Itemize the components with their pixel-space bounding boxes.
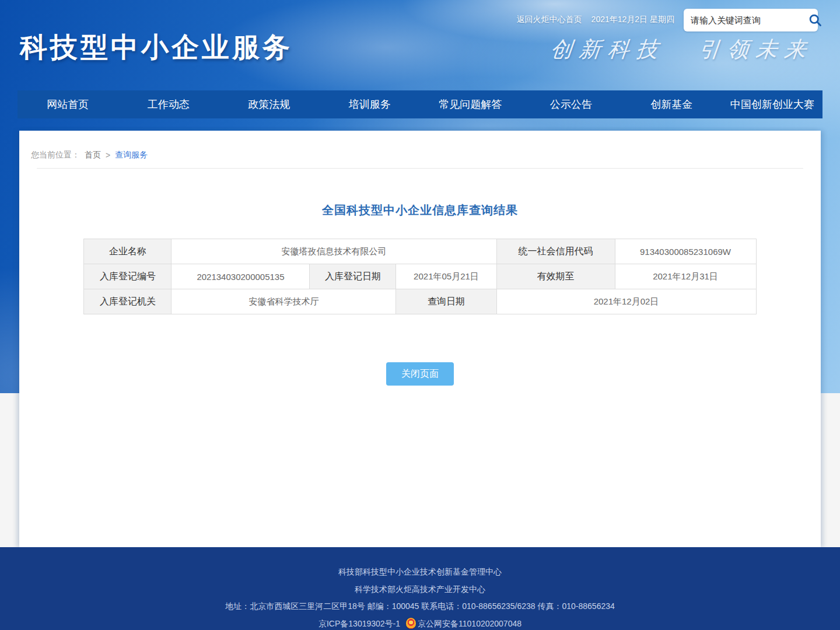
reg-date-label: 入库登记日期 [310,264,396,289]
nav-item-competition[interactable]: 中国创新创业大赛 [722,90,823,118]
search-input[interactable] [691,15,807,25]
content-panel: 您当前位置： 首页 > 查询服务 全国科技型中小企业信息库查询结果 企业名称 安… [19,131,821,547]
footer-org-line-1: 科技部科技型中小企业技术创新基金管理中心 [0,566,840,578]
reg-date-value: 2021年05月21日 [396,264,496,289]
nav-item-announcements[interactable]: 公示公告 [521,90,622,118]
credit-code-label: 统一社会信用代码 [496,239,615,264]
table-row: 入库登记机关 安徽省科学技术厅 查询日期 2021年12月02日 [84,289,756,314]
breadcrumb: 您当前位置： 首页 > 查询服务 [19,131,821,160]
site-slogan: 创新科技 引领未来 [550,35,815,64]
nav-item-training[interactable]: 培训服务 [320,90,421,118]
query-result-table: 企业名称 安徽塔孜信息技术有限公司 统一社会信用代码 9134030008523… [83,239,756,314]
footer-registration-line: 京ICP备13019302号-1京公网安备11010202007048 [0,618,840,629]
breadcrumb-separator: > [106,150,110,160]
nav-item-faq[interactable]: 常见问题解答 [420,90,521,118]
result-page-title: 全国科技型中小企业信息库查询结果 [19,202,821,218]
page-footer: 科技部科技型中小企业技术创新基金管理中心 科学技术部火炬高技术产业开发中心 地址… [0,547,840,630]
nav-item-innovation-fund[interactable]: 创新基金 [621,90,722,118]
reg-agency-label: 入库登记机关 [84,289,172,314]
footer-org-line-2: 科学技术部火炬高技术产业开发中心 [0,583,840,595]
valid-until-value: 2021年12月31日 [615,264,756,289]
query-date-value: 2021年12月02日 [496,289,756,314]
police-badge-icon [406,618,416,629]
search-box [684,9,818,32]
footer-address-line: 地址：北京市西城区三里河二区甲18号 邮编：100045 联系电话：010-88… [0,600,840,612]
query-date-label: 查询日期 [396,289,496,314]
breadcrumb-divider [37,168,803,169]
nav-item-home[interactable]: 网站首页 [18,90,118,118]
table-row: 入库登记编号 202134030200005135 入库登记日期 2021年05… [84,264,756,289]
close-page-button[interactable]: 关闭页面 [386,362,454,386]
credit-code-value: 91340300085231069W [615,239,756,264]
search-button[interactable] [807,12,824,29]
current-date-text: 2021年12月2日 星期四 [592,15,674,25]
police-registration-link[interactable]: 京公网安备11010202007048 [418,619,522,628]
return-torch-center-link[interactable]: 返回火炬中心首页 [517,15,582,25]
search-icon [808,13,822,27]
site-logo: 科技型中小企业服务 [20,29,293,66]
reg-number-label: 入库登记编号 [84,264,172,289]
icp-license-link[interactable]: 京ICP备13019302号-1 [318,619,400,628]
main-navigation: 网站首页 工作动态 政策法规 培训服务 常见问题解答 公示公告 创新基金 中国创… [18,90,822,118]
table-row: 企业名称 安徽塔孜信息技术有限公司 统一社会信用代码 9134030008523… [84,239,756,264]
reg-number-value: 202134030200005135 [172,264,310,289]
nav-item-work-news[interactable]: 工作动态 [118,90,219,118]
breadcrumb-prefix: 您当前位置： [31,150,80,160]
breadcrumb-home-link[interactable]: 首页 [85,150,101,160]
company-name-value: 安徽塔孜信息技术有限公司 [172,239,496,264]
valid-until-label: 有效期至 [496,264,615,289]
breadcrumb-current-link[interactable]: 查询服务 [115,150,148,160]
nav-item-policies[interactable]: 政策法规 [219,90,320,118]
company-name-label: 企业名称 [84,239,172,264]
site-header: 科技型中小企业服务 创新科技 引领未来 返回火炬中心首页 2021年12月2日 … [0,0,840,90]
top-utility-bar: 返回火炬中心首页 2021年12月2日 星期四 [517,8,818,32]
reg-agency-value: 安徽省科学技术厅 [172,289,396,314]
